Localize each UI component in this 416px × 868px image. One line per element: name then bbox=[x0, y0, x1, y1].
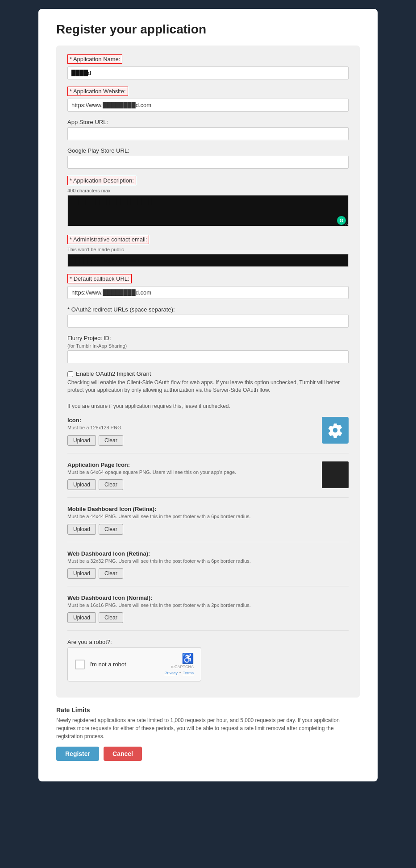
app-description-sublabel: 400 characters max bbox=[67, 188, 349, 193]
flurry-id-label: Flurry Project ID: bbox=[67, 335, 349, 341]
app-page-icon-subtitle: Must be a 64x64 opaque square PNG. Users… bbox=[67, 469, 315, 476]
app-name-field: * Application Name: bbox=[67, 54, 349, 79]
admin-email-input[interactable] bbox=[67, 254, 349, 267]
icon-subtitle: Must be a 128x128 PNG. bbox=[67, 424, 315, 431]
app-page-icon-row: Application Page Icon: Must be a 64x64 o… bbox=[67, 461, 349, 490]
app-description-field: * Application Description: 400 character… bbox=[67, 176, 349, 228]
recaptcha-checkbox[interactable] bbox=[75, 660, 85, 669]
google-play-url-field: Google Play Store URL: bbox=[67, 147, 349, 169]
registration-form: * Application Name: * Application Websit… bbox=[56, 46, 360, 698]
app-description-wrapper: ████████████████████████ G bbox=[67, 195, 349, 228]
recaptcha-brand: reCAPTCHA bbox=[164, 664, 194, 669]
mobile-dashboard-icon-clear-button[interactable]: Clear bbox=[99, 524, 123, 535]
action-buttons: Register Cancel bbox=[56, 747, 360, 761]
admin-email-label: * Administrative contact email: bbox=[67, 235, 149, 244]
mobile-dashboard-icon-upload-button[interactable]: Upload bbox=[67, 524, 96, 535]
app-store-url-label: App Store URL: bbox=[67, 119, 349, 125]
web-dashboard-normal-title: Web Dashboard Icon (Normal): bbox=[67, 594, 349, 601]
callback-url-field: * Default callback URL: bbox=[67, 274, 349, 299]
app-description-label: * Application Description: bbox=[67, 176, 136, 185]
web-dashboard-retina-section: Web Dashboard Icon (Retina): Must be a 3… bbox=[67, 550, 349, 586]
web-dashboard-normal-buttons: Upload Clear bbox=[67, 612, 349, 623]
rate-limits-section: Rate Limits Newly registered application… bbox=[56, 706, 360, 768]
flurry-id-input[interactable] bbox=[67, 350, 349, 363]
recaptcha-links: Privacy - Terms bbox=[164, 669, 194, 676]
oauth2-implicit-description: Checking will enable the Client-Side OAu… bbox=[67, 379, 349, 394]
google-play-url-label: Google Play Store URL: bbox=[67, 147, 349, 154]
recaptcha-logo: ♿ reCAPTCHA Privacy - Terms bbox=[164, 653, 194, 676]
app-page-icon-upload-button[interactable]: Upload bbox=[67, 479, 96, 490]
app-name-label: * Application Name: bbox=[67, 54, 122, 64]
recaptcha-label: Are you a robot?: bbox=[67, 639, 349, 645]
oauth2-implicit-row: Enable OAuth2 Implicit Grant bbox=[67, 370, 349, 377]
app-page-icon-title: Application Page Icon: bbox=[67, 461, 315, 468]
web-dashboard-normal-subtitle: Must be a 16x16 PNG. Users will see this… bbox=[67, 602, 349, 609]
web-dashboard-retina-title: Web Dashboard Icon (Retina): bbox=[67, 550, 349, 557]
app-website-label: * Application Website: bbox=[67, 87, 128, 96]
web-dashboard-retina-clear-button[interactable]: Clear bbox=[99, 568, 123, 579]
recaptcha-logo-icon: ♿ bbox=[164, 653, 194, 664]
rate-limits-title: Rate Limits bbox=[56, 706, 360, 714]
mobile-dashboard-icon-section: Mobile Dashboard Icon (Retina): Must be … bbox=[67, 506, 349, 542]
rate-limits-description: Newly registered applications are rate l… bbox=[56, 716, 360, 740]
web-dashboard-retina-subtitle: Must be a 32x32 PNG. Users will see this… bbox=[67, 558, 349, 565]
app-store-url-input[interactable] bbox=[67, 127, 349, 140]
recaptcha-left: I'm not a robot bbox=[75, 660, 126, 669]
oauth2-implicit-checkbox[interactable] bbox=[67, 371, 73, 377]
flurry-id-sublabel: (for Tumblr In-App Sharing) bbox=[67, 343, 349, 349]
mobile-dashboard-icon-buttons: Upload Clear bbox=[67, 524, 349, 535]
callback-url-input[interactable] bbox=[67, 286, 349, 299]
web-dashboard-retina-upload-button[interactable]: Upload bbox=[67, 568, 96, 579]
recaptcha-box[interactable]: I'm not a robot ♿ reCAPTCHA Privacy - Te… bbox=[67, 647, 201, 681]
web-dashboard-retina-info: Web Dashboard Icon (Retina): Must be a 3… bbox=[67, 550, 349, 579]
icon-preview-gear bbox=[322, 417, 349, 444]
oauth2-redirect-input[interactable] bbox=[67, 315, 349, 328]
icon-info: Icon: Must be a 128x128 PNG. Upload Clea… bbox=[67, 417, 315, 445]
google-play-url-input[interactable] bbox=[67, 156, 349, 169]
web-dashboard-normal-info: Web Dashboard Icon (Normal): Must be a 1… bbox=[67, 594, 349, 623]
register-button[interactable]: Register bbox=[56, 747, 99, 761]
web-dashboard-normal-section: Web Dashboard Icon (Normal): Must be a 1… bbox=[67, 594, 349, 631]
web-dashboard-retina-buttons: Upload Clear bbox=[67, 568, 349, 579]
flurry-id-field: Flurry Project ID: (for Tumblr In-App Sh… bbox=[67, 335, 349, 363]
callback-url-label: * Default callback URL: bbox=[67, 274, 132, 283]
recaptcha-field: Are you a robot?: I'm not a robot ♿ reCA… bbox=[67, 639, 349, 681]
icon-buttons: Upload Clear bbox=[67, 435, 315, 446]
recaptcha-separator: - bbox=[179, 669, 183, 676]
recaptcha-privacy-link[interactable]: Privacy bbox=[164, 671, 178, 675]
admin-email-sublabel: This won't be made public bbox=[67, 247, 349, 252]
recaptcha-text: I'm not a robot bbox=[89, 661, 126, 668]
mobile-dashboard-icon-info: Mobile Dashboard Icon (Retina): Must be … bbox=[67, 506, 349, 534]
admin-email-field: * Administrative contact email: This won… bbox=[67, 235, 349, 267]
web-dashboard-normal-upload-button[interactable]: Upload bbox=[67, 612, 96, 623]
app-page-icon-info: Application Page Icon: Must be a 64x64 o… bbox=[67, 461, 315, 490]
grammarly-icon: G bbox=[337, 216, 346, 225]
app-page-icon-preview bbox=[322, 461, 349, 488]
icon-row: Icon: Must be a 128x128 PNG. Upload Clea… bbox=[67, 417, 349, 445]
app-description-input[interactable]: ████████████████████████ bbox=[67, 195, 349, 226]
cancel-button[interactable]: Cancel bbox=[104, 747, 142, 761]
oauth2-redirect-field: * OAuth2 redirect URLs (space separate): bbox=[67, 306, 349, 328]
app-store-url-field: App Store URL: bbox=[67, 119, 349, 140]
app-page-icon-buttons: Upload Clear bbox=[67, 479, 315, 490]
recaptcha-terms-link[interactable]: Terms bbox=[183, 671, 194, 675]
app-page-icon-clear-button[interactable]: Clear bbox=[99, 479, 123, 490]
page-title: Register your application bbox=[56, 22, 360, 37]
app-website-field: * Application Website: bbox=[67, 87, 349, 112]
oauth2-implicit-field: Enable OAuth2 Implicit Grant Checking wi… bbox=[67, 370, 349, 410]
icon-title: Icon: bbox=[67, 417, 315, 424]
oauth2-implicit-label[interactable]: Enable OAuth2 Implicit Grant bbox=[76, 370, 151, 377]
page-container: Register your application * Application … bbox=[38, 9, 378, 781]
app-website-input[interactable] bbox=[67, 99, 349, 112]
icon-clear-button[interactable]: Clear bbox=[99, 435, 123, 446]
oauth2-redirect-label: * OAuth2 redirect URLs (space separate): bbox=[67, 306, 349, 313]
mobile-dashboard-icon-title: Mobile Dashboard Icon (Retina): bbox=[67, 506, 349, 512]
mobile-dashboard-icon-subtitle: Must be a 44x44 PNG. Users will see this… bbox=[67, 513, 349, 520]
icon-upload-button[interactable]: Upload bbox=[67, 435, 96, 446]
oauth2-implicit-description2: If you are unsure if your application re… bbox=[67, 403, 349, 410]
app-page-icon-section: Application Page Icon: Must be a 64x64 o… bbox=[67, 461, 349, 498]
icon-section: Icon: Must be a 128x128 PNG. Upload Clea… bbox=[67, 417, 349, 453]
app-name-input[interactable] bbox=[67, 66, 349, 79]
web-dashboard-normal-clear-button[interactable]: Clear bbox=[99, 612, 123, 623]
